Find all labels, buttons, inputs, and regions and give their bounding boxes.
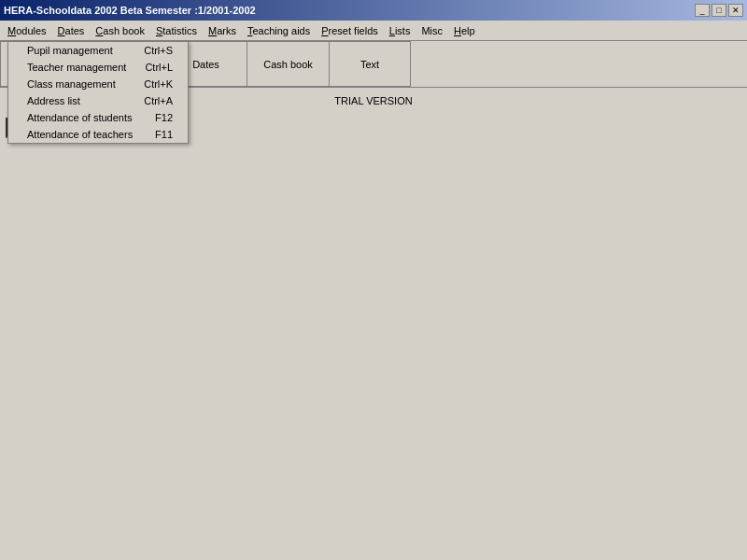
window-controls: _ □ ✕ [695,4,743,17]
menu-label-presetfields: Preset fields [321,25,378,36]
dropdown-item-address-list[interactable]: Address list Ctrl+A [8,92,188,109]
menu-label-modules: Modules [7,25,47,36]
dropdown-label-attendance-students: Attendance of students [27,112,133,123]
menu-item-marks[interactable]: Marks [203,23,242,38]
dropdown-item-class-management[interactable]: Class management Ctrl+K [8,76,188,92]
tab-label-dates: Dates [192,59,219,70]
title-bar: HERA-Schooldata 2002 Beta Semester :1/20… [0,0,747,21]
menu-label-teachingaids: Teaching aids [247,25,310,36]
menu-label-cashbook: Cash book [95,25,145,36]
menu-item-lists[interactable]: Lists [384,23,416,38]
dropdown-shortcut-address-list: Ctrl+A [144,95,173,106]
tab-label-text: Text [360,59,379,70]
menu-item-cashbook[interactable]: Cash book [90,23,150,38]
menu-label-misc: Misc [421,25,443,36]
menu-item-help[interactable]: Help [448,23,481,38]
dropdown-label-class-management: Class management [27,78,116,90]
menu-item-statistics[interactable]: Statistics [150,23,203,38]
menu-label-marks: Marks [208,25,236,36]
menu-label-help: Help [454,25,475,36]
trial-notice-text: TRIAL VERSION [334,95,412,106]
tab-cash-book[interactable]: Cash book [247,41,329,87]
tab-text[interactable]: Text [329,41,411,87]
dropdown-shortcut-attendance-teachers: F11 [155,129,173,140]
menu-item-presetfields[interactable]: Preset fields [316,23,384,38]
dropdown-item-attendance-students[interactable]: Attendance of students F12 [8,109,188,126]
dropdown-shortcut-attendance-students: F12 [155,112,173,123]
menu-item-teachingaids[interactable]: Teaching aids [242,23,316,38]
dropdown-item-attendance-teachers[interactable]: Attendance of teachers F11 [8,126,188,143]
menu-label-lists: Lists [389,25,411,36]
modules-dropdown: Pupil management Ctrl+S Teacher manageme… [7,41,189,144]
menu-label-statistics: Statistics [156,25,197,36]
maximize-button[interactable]: □ [712,4,726,17]
dropdown-item-pupil-management[interactable]: Pupil management Ctrl+S [8,42,188,59]
dropdown-item-teacher-management[interactable]: Teacher management Ctrl+L [8,59,188,76]
menu-item-modules[interactable]: Modules [2,23,52,38]
dropdown-shortcut-class-management: Ctrl+K [144,78,173,90]
dropdown-label-attendance-teachers: Attendance of teachers [27,129,133,140]
menu-item-misc[interactable]: Misc [416,23,448,38]
dropdown-label-teacher-management: Teacher management [27,62,126,73]
dropdown-label-address-list: Address list [27,95,80,106]
dropdown-shortcut-teacher-management: Ctrl+L [145,62,173,73]
tab-label-cash-book: Cash book [263,59,313,70]
dropdown-shortcut-pupil-management: Ctrl+S [144,45,173,56]
title-text: HERA-Schooldata 2002 Beta Semester :1/20… [4,5,256,16]
menu-bar: Modules Dates Cash book Statistics Marks… [0,21,747,41]
dropdown-label-pupil-management: Pupil management [27,45,113,56]
close-button[interactable]: ✕ [728,4,743,17]
menu-label-dates: Dates [58,25,85,36]
menu-item-dates[interactable]: Dates [52,23,91,38]
minimize-button[interactable]: _ [695,4,710,17]
